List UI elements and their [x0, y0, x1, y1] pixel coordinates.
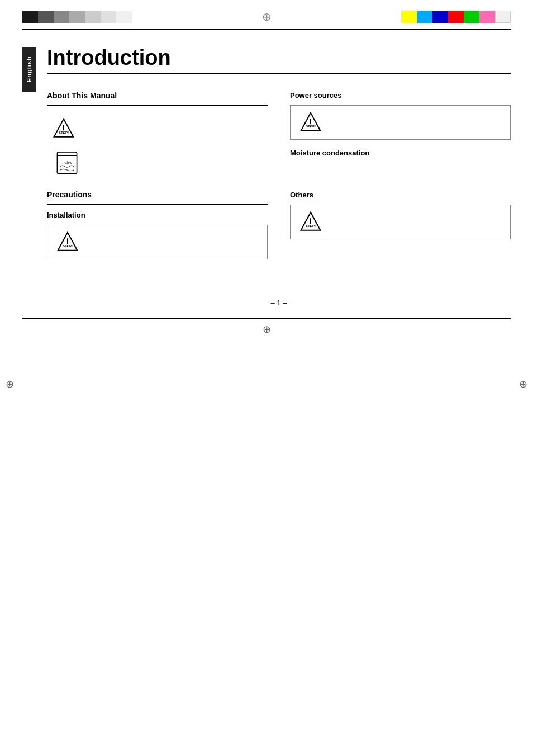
color-block: [464, 11, 479, 23]
svg-text:notes: notes: [63, 160, 72, 164]
moisture-condensation-heading: Moisture condensation: [290, 149, 511, 157]
color-block: [85, 11, 101, 23]
power-sources-heading: Power sources: [290, 91, 511, 100]
precautions-heading: Precautions: [47, 190, 268, 201]
power-sources-section: Power sources STOP!: [290, 91, 511, 140]
left-column: About This Manual STOP!: [47, 91, 268, 265]
color-block: [495, 11, 511, 23]
two-column-layout: About This Manual STOP!: [47, 91, 511, 265]
about-this-manual-section: About This Manual: [47, 91, 268, 106]
installation-warning-box: STOP!: [47, 225, 268, 259]
precautions-underline: [47, 204, 268, 205]
language-tab: English: [22, 47, 36, 92]
installation-subheading: Installation: [47, 211, 268, 219]
stop-others-icon: STOP!: [299, 211, 322, 233]
about-this-manual-heading: About This Manual: [47, 91, 268, 102]
right-crosshair: ⊕: [519, 378, 527, 390]
color-block: [69, 11, 85, 23]
stop-power-icon: STOP!: [299, 111, 322, 134]
color-block: [38, 11, 54, 23]
color-strip-right: [401, 11, 511, 23]
title-underline: [47, 73, 511, 74]
page-layout: English Introduction About This Manual: [0, 30, 533, 313]
stop-icon: STOP!: [53, 117, 75, 140]
left-crosshair: ⊕: [6, 378, 14, 390]
notes-icon: notes: [53, 148, 82, 177]
main-content: Introduction About This Manual: [36, 30, 533, 313]
others-warning-box: STOP!: [290, 205, 511, 239]
color-block: [101, 11, 116, 23]
color-block: [54, 11, 69, 23]
icon-row: STOP! notes: [53, 117, 268, 179]
stop-icon-container: STOP!: [53, 117, 268, 142]
notes-icon-container: notes: [53, 148, 268, 179]
svg-point-3: [63, 133, 65, 134]
color-block: [22, 11, 38, 23]
color-block: [417, 11, 432, 23]
center-registration-mark: ⊕: [262, 10, 272, 23]
power-warning-box: STOP!: [290, 105, 511, 140]
svg-point-18: [310, 226, 312, 228]
svg-point-10: [67, 246, 69, 248]
bottom-bar: ⊕: [0, 319, 533, 338]
page-title: Introduction: [47, 46, 511, 70]
color-block: [448, 11, 464, 23]
others-heading: Others: [290, 191, 511, 199]
about-heading-underline: [47, 105, 268, 106]
color-strip-left: [22, 11, 132, 23]
page-number: – 1 –: [47, 299, 511, 307]
svg-point-14: [310, 126, 312, 128]
precautions-section: Precautions Installation STOP!: [47, 190, 268, 259]
others-section: Others STOP!: [290, 191, 511, 239]
color-block: [479, 11, 495, 23]
bottom-crosshair: ⊕: [263, 323, 271, 336]
moisture-condensation-section: Moisture condensation: [290, 149, 511, 157]
top-bar: ⊕: [0, 0, 533, 29]
right-column: Power sources STOP! Moisture con: [290, 91, 511, 265]
color-block: [401, 11, 417, 23]
color-block: [116, 11, 132, 23]
color-block: [432, 11, 448, 23]
stop-warning-icon: STOP!: [56, 231, 79, 253]
